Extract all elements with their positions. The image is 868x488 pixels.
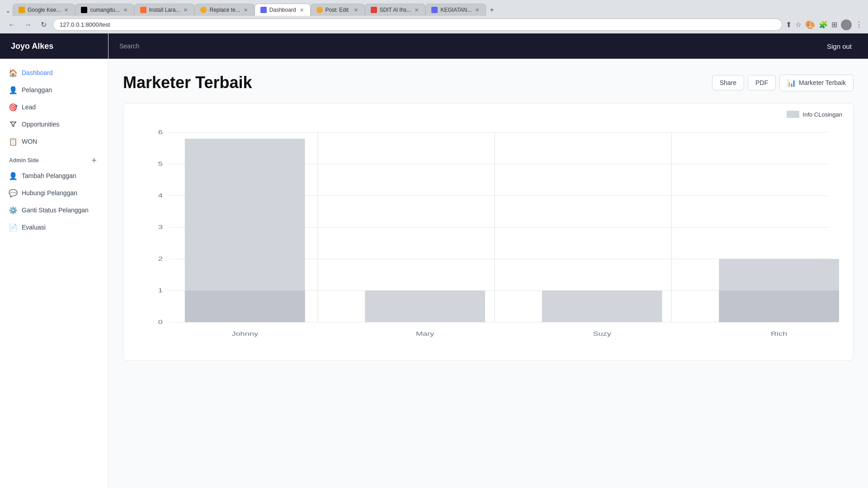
main-content: Marketer Terbaik Share PDF 📊 Marketer Te… bbox=[108, 59, 868, 488]
svg-text:6: 6 bbox=[158, 129, 163, 135]
tab-dashboard[interactable]: Dashboard ✕ bbox=[255, 4, 311, 16]
tab-favicon bbox=[19, 7, 25, 13]
back-btn[interactable]: ← bbox=[5, 19, 18, 31]
svg-text:0: 0 bbox=[158, 319, 163, 325]
bar-suzy-total bbox=[542, 291, 662, 322]
bar-chart-svg: 0 1 2 3 4 5 6 bbox=[134, 123, 842, 349]
svg-text:3: 3 bbox=[158, 224, 163, 230]
tab-close-btn[interactable]: ✕ bbox=[123, 7, 128, 13]
sidebar-item-won[interactable]: 📋 WON bbox=[0, 133, 108, 150]
add-admin-item-btn[interactable]: + bbox=[89, 155, 99, 165]
tab-kegiatan[interactable]: KEGIATAN... ✕ bbox=[425, 4, 486, 16]
tab-close-btn[interactable]: ✕ bbox=[474, 7, 480, 13]
legend-box bbox=[787, 111, 799, 118]
profile-icon[interactable] bbox=[841, 19, 852, 30]
refresh-btn[interactable]: ↻ bbox=[38, 19, 49, 31]
home-icon: 🏠 bbox=[9, 69, 17, 77]
tab-close-btn[interactable]: ✕ bbox=[183, 7, 189, 13]
pdf-button[interactable]: PDF bbox=[748, 75, 776, 90]
bar-johnny-total bbox=[185, 291, 305, 322]
page-header: Marketer Terbaik Share PDF 📊 Marketer Te… bbox=[123, 73, 854, 92]
color-picker-icon[interactable]: 🎨 bbox=[805, 20, 815, 30]
tab-overflow-btn[interactable]: ⌄ bbox=[4, 5, 13, 16]
tab-close-btn[interactable]: ✕ bbox=[63, 7, 69, 13]
sidebar-item-lead[interactable]: 🎯 Lead bbox=[0, 99, 108, 116]
svg-text:2: 2 bbox=[158, 255, 163, 262]
tab-close-btn[interactable]: ✕ bbox=[299, 7, 305, 13]
sidebar-item-label: Hubungi Pelanggan bbox=[22, 189, 77, 197]
forward-btn[interactable]: → bbox=[22, 19, 34, 31]
header-actions: Share PDF 📊 Marketer Terbaik bbox=[712, 75, 854, 91]
share-button[interactable]: Share bbox=[712, 75, 744, 90]
tab-favicon bbox=[260, 7, 267, 13]
sidebar-item-label: Pelanggan bbox=[22, 86, 52, 94]
tab-close-btn[interactable]: ✕ bbox=[414, 7, 420, 13]
sidebar-item-label: WON bbox=[22, 138, 37, 145]
extension-icon[interactable]: 🧩 bbox=[819, 20, 828, 29]
chart-legend: Info CLosingan bbox=[787, 111, 842, 118]
marketer-terbaik-button[interactable]: 📊 Marketer Terbaik bbox=[779, 75, 854, 91]
tab-favicon bbox=[371, 7, 377, 13]
sidebar-item-evaluasi[interactable]: 📄 Evaluasi bbox=[0, 219, 108, 236]
user-icon: 👤 bbox=[9, 86, 17, 94]
tab-label: Post: Edit bbox=[326, 7, 350, 13]
app-logo: Joyo Alkes bbox=[11, 42, 53, 51]
svg-text:5: 5 bbox=[158, 160, 163, 167]
sidebar-item-hubungi-pelanggan[interactable]: 💬 Hubungi Pelanggan bbox=[0, 184, 108, 202]
tab-favicon bbox=[200, 7, 207, 13]
funnel-icon bbox=[9, 120, 17, 128]
address-bar: ← → ↻ 127.0.0.1:8000/test ⬆ ☆ 🎨 🧩 ⊞ ⋮ bbox=[0, 16, 868, 33]
tab-label: Install Lara... bbox=[149, 7, 180, 13]
tab-favicon bbox=[431, 7, 438, 13]
svg-text:Johnny: Johnny bbox=[231, 330, 258, 337]
document-icon: 📄 bbox=[9, 223, 17, 231]
settings-icon: ⚙️ bbox=[9, 206, 17, 214]
share-icon[interactable]: ⬆ bbox=[786, 20, 792, 29]
tab-label: Replace te... bbox=[209, 7, 240, 13]
tab-close-btn[interactable]: ✕ bbox=[243, 7, 249, 13]
sidebar-item-label: Tambah Pelanggan bbox=[22, 172, 76, 179]
app-layout: Joyo Alkes 🏠 Dashboard 👤 Pelanggan 🎯 Lea… bbox=[0, 33, 868, 488]
sidebar-item-ganti-status[interactable]: ⚙️ Ganti Status Pelanggan bbox=[0, 202, 108, 219]
sidebar-item-tambah-pelanggan[interactable]: 👤 Tambah Pelanggan bbox=[0, 167, 108, 184]
tab-label: Google Kee... bbox=[28, 7, 61, 13]
search-input[interactable] bbox=[119, 42, 814, 50]
sidebar-item-pelanggan[interactable]: 👤 Pelanggan bbox=[0, 81, 108, 99]
tab-cumangitu[interactable]: cumangitu... ✕ bbox=[75, 4, 134, 16]
tab-label: KEGIATAN... bbox=[440, 7, 472, 13]
tab-sdit[interactable]: SDIT Al Ihs... ✕ bbox=[365, 4, 426, 16]
sign-out-btn[interactable]: Sign out bbox=[821, 39, 857, 54]
tab-replace-te[interactable]: Replace te... ✕ bbox=[194, 4, 254, 16]
tab-install-lara[interactable]: Install Lara... ✕ bbox=[134, 4, 195, 16]
new-tab-btn[interactable]: + bbox=[486, 4, 497, 16]
url-bar[interactable]: 127.0.0.1:8000/test bbox=[53, 19, 782, 31]
chart-container: Info CLosingan bbox=[123, 103, 854, 361]
sidebar-item-label: Ganti Status Pelanggan bbox=[22, 206, 89, 214]
chat-icon: 💬 bbox=[9, 189, 17, 197]
sidebar-item-label: Evaluasi bbox=[22, 224, 46, 231]
browser-chrome: ⌄ Google Kee... ✕ cumangitu... ✕ Install… bbox=[0, 0, 868, 33]
bar-mary-total bbox=[365, 291, 485, 322]
main-inner: Marketer Terbaik Share PDF 📊 Marketer Te… bbox=[108, 59, 868, 375]
marketer-btn-icon: 📊 bbox=[787, 79, 796, 87]
sidebar-item-dashboard[interactable]: 🏠 Dashboard bbox=[0, 64, 108, 81]
menu-icon[interactable]: ⋮ bbox=[855, 20, 863, 29]
bar-rich-total bbox=[719, 291, 839, 322]
sidebar-nav: 🏠 Dashboard 👤 Pelanggan 🎯 Lead Opportuni… bbox=[0, 59, 108, 488]
svg-text:Mary: Mary bbox=[416, 330, 434, 337]
tab-label: cumangitu... bbox=[90, 7, 119, 13]
tab-close-btn[interactable]: ✕ bbox=[353, 7, 359, 13]
admin-section-header: Admin Side + bbox=[0, 150, 108, 167]
bookmark-icon[interactable]: ☆ bbox=[795, 20, 802, 29]
tab-favicon bbox=[140, 7, 146, 13]
sidebar-item-opportunities[interactable]: Opportunities bbox=[0, 116, 108, 133]
toolbar-icons: ⬆ ☆ 🎨 🧩 ⊞ ⋮ bbox=[786, 19, 863, 30]
legend-label: Info CLosingan bbox=[803, 111, 842, 118]
svg-text:Suzy: Suzy bbox=[593, 330, 611, 337]
layout-icon[interactable]: ⊞ bbox=[831, 20, 837, 29]
topbar-nav: Sign out bbox=[108, 33, 868, 59]
admin-section-label: Admin Side bbox=[9, 157, 39, 164]
tab-google-kee[interactable]: Google Kee... ✕ bbox=[13, 4, 75, 16]
chart-area: 0 1 2 3 4 5 6 bbox=[134, 123, 842, 349]
tab-post-edit[interactable]: Post: Edit ✕ bbox=[311, 4, 365, 16]
